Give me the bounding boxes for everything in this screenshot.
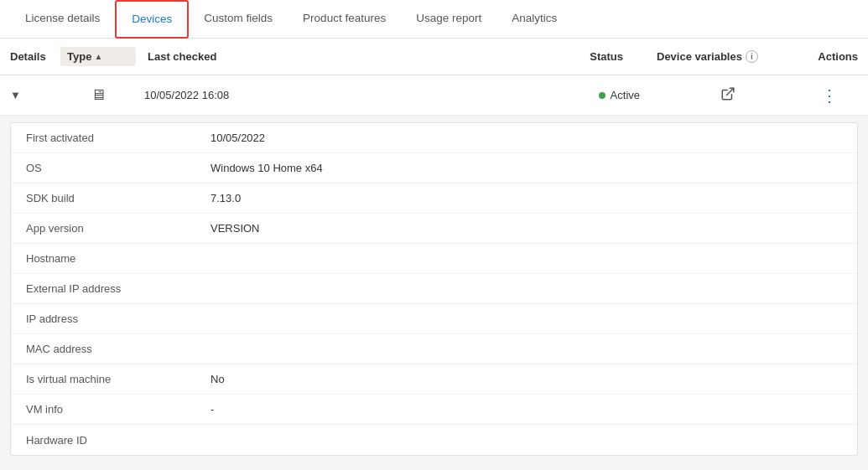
- info-label: VM info: [26, 403, 211, 416]
- info-label: SDK build: [26, 192, 211, 204]
- col-header-last-checked: Last checked: [136, 50, 548, 63]
- info-value: 7.13.0: [211, 192, 241, 204]
- monitor-icon: 🖥: [91, 86, 106, 104]
- info-label: Hardware ID: [26, 434, 211, 447]
- col-header-type[interactable]: Type ▲: [60, 47, 136, 66]
- info-row: OSWindows 10 Home x64: [11, 153, 857, 183]
- status-col: Active: [548, 89, 657, 101]
- chevron-down-icon[interactable]: ▼: [10, 89, 21, 101]
- info-row: External IP address: [11, 274, 857, 304]
- tab-license-details[interactable]: License details: [10, 0, 115, 39]
- info-label: IP address: [26, 312, 211, 325]
- info-value: -: [211, 403, 214, 416]
- info-row: Hostname: [11, 244, 857, 274]
- sort-icon: ▲: [94, 52, 102, 61]
- device-row: ▼ 🖥 10/05/2022 16:08 Active ⋮: [0, 75, 868, 116]
- col-header-device-variables: Device variables i: [657, 50, 799, 63]
- tab-product-features[interactable]: Product features: [288, 0, 401, 39]
- bottom-bar: Download license refresh file: [0, 462, 868, 470]
- info-label: App version: [26, 222, 211, 235]
- status-dot: [599, 92, 606, 99]
- tab-devices[interactable]: Devices: [115, 0, 189, 39]
- external-link-icon[interactable]: [720, 86, 735, 105]
- info-row: Hardware ID: [11, 425, 857, 455]
- actions-col[interactable]: ⋮: [799, 85, 858, 106]
- info-label: OS: [26, 162, 211, 174]
- svg-line-0: [727, 88, 734, 95]
- info-label: Hostname: [26, 252, 211, 265]
- col-header-details: Details: [10, 50, 60, 63]
- info-row: VM info-: [11, 395, 857, 425]
- info-label: First activated: [26, 132, 211, 144]
- info-row: IP address: [11, 304, 857, 334]
- table-header: Details Type ▲ Last checked Status Devic…: [0, 39, 868, 75]
- tabs-bar: License details Devices Custom fields Pr…: [0, 0, 868, 39]
- tab-usage-report[interactable]: Usage report: [401, 0, 496, 39]
- info-row: Is virtual machineNo: [11, 364, 857, 395]
- info-value: Windows 10 Home x64: [211, 162, 323, 174]
- device-info-panel: First activated10/05/2022OSWindows 10 Ho…: [10, 122, 858, 456]
- expand-col[interactable]: ▼: [10, 89, 60, 101]
- type-col: 🖥: [60, 86, 136, 104]
- info-row: App versionVERSION: [11, 214, 857, 244]
- tab-custom-fields[interactable]: Custom fields: [189, 0, 288, 39]
- info-row: First activated10/05/2022: [11, 123, 857, 153]
- info-row: SDK build7.13.0: [11, 183, 857, 214]
- info-label: MAC address: [26, 343, 211, 355]
- col-header-actions: Actions: [799, 50, 858, 63]
- device-variables-info-icon[interactable]: i: [746, 50, 758, 63]
- info-label: Is virtual machine: [26, 373, 211, 385]
- info-label: External IP address: [26, 282, 211, 295]
- info-row: MAC address: [11, 334, 857, 364]
- tab-analytics[interactable]: Analytics: [496, 0, 572, 39]
- info-value: 10/05/2022: [211, 132, 265, 144]
- info-value: No: [211, 373, 225, 385]
- more-options-icon[interactable]: ⋮: [821, 85, 837, 106]
- device-vars-col[interactable]: [657, 86, 799, 105]
- col-header-status: Status: [548, 50, 657, 63]
- info-value: VERSION: [211, 222, 260, 235]
- last-checked-col: 10/05/2022 16:08: [136, 89, 548, 101]
